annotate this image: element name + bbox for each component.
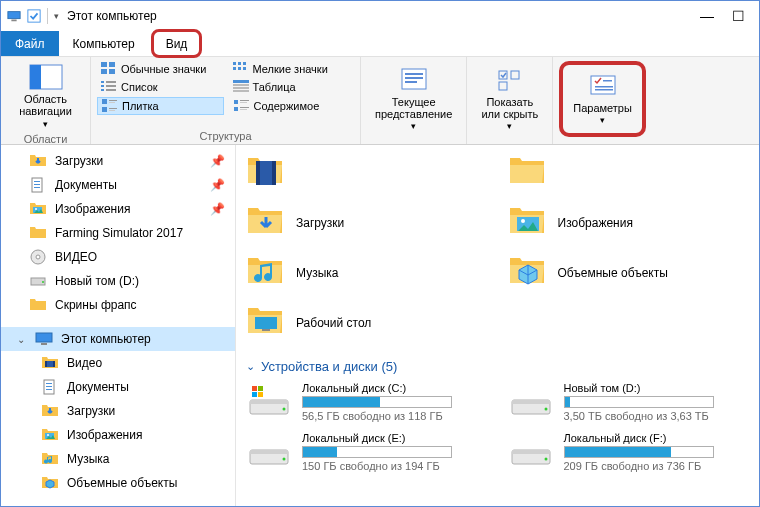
svg-rect-15	[101, 81, 104, 83]
tile-label: Изображения	[558, 216, 633, 230]
svg-rect-0	[8, 12, 20, 19]
dropdown-icon: ▾	[600, 116, 605, 126]
sidebar-item[interactable]: Загрузки	[1, 399, 235, 423]
options-button[interactable]: Параметры ▾	[559, 61, 646, 137]
sidebar-item[interactable]: Объемные объекты	[1, 471, 235, 495]
tile-label: Музыка	[296, 266, 338, 280]
tab-file[interactable]: Файл	[1, 31, 59, 56]
capacity-bar	[302, 446, 452, 458]
sidebar-item[interactable]: Farming Simulator 2017	[1, 221, 235, 245]
chevron-down-icon: ⌄	[17, 334, 27, 345]
drive-free-text: 3,50 ТБ свободно из 3,63 ТБ	[564, 410, 714, 422]
svg-rect-59	[41, 343, 47, 345]
folder-tile[interactable]: Музыка	[246, 251, 488, 295]
nav-pane-icon	[28, 63, 64, 91]
current-view-button[interactable]: Текущее представление ▾	[367, 61, 460, 137]
drive-icon	[508, 382, 554, 422]
sidebar-item[interactable]: Загрузки📌	[1, 149, 235, 173]
drives-grid: Локальный диск (C:)56,5 ГБ свободно из 1…	[246, 382, 749, 472]
sidebar-item[interactable]: ВИДЕО	[1, 245, 235, 269]
svg-rect-81	[258, 386, 263, 391]
ribbon-group-options: Параметры ▾	[553, 57, 652, 144]
quick-access-toolbar: ▾	[7, 8, 59, 24]
svg-rect-64	[46, 383, 52, 384]
tab-view[interactable]: Вид	[151, 29, 203, 58]
svg-rect-62	[53, 361, 55, 367]
dropdown-icon: ▾	[411, 122, 416, 132]
drive-tile[interactable]: Локальный диск (E:)150 ГБ свободно из 19…	[246, 432, 488, 472]
downloads-icon	[41, 402, 59, 420]
drive-free-text: 56,5 ГБ свободно из 118 ГБ	[302, 410, 452, 422]
sidebar-item-label: Объемные объекты	[67, 476, 177, 490]
layout-normal-icons[interactable]: Обычные значки	[97, 61, 223, 77]
video-icon	[246, 153, 286, 193]
sidebar-item[interactable]: Документы📌	[1, 173, 235, 197]
sidebar-item[interactable]: Изображения	[1, 423, 235, 447]
folder-tile[interactable]	[246, 151, 488, 195]
svg-rect-25	[102, 99, 107, 104]
checkbox-icon[interactable]	[27, 9, 41, 23]
svg-point-55	[36, 255, 40, 259]
drive-icon	[246, 432, 292, 472]
ribbon-group-regions: Область навигации ▾ Области	[1, 57, 91, 144]
sidebar-item[interactable]: Новый том (D:)	[1, 269, 235, 293]
svg-rect-22	[233, 84, 249, 86]
section-header-drives[interactable]: ⌄ Устройства и диски (5)	[246, 359, 749, 374]
desktop-icon	[246, 303, 286, 343]
video-icon	[41, 354, 59, 372]
nav-pane-button[interactable]: Область навигации ▾	[7, 61, 84, 131]
sidebar-item[interactable]: Изображения📌	[1, 197, 235, 221]
minimize-button[interactable]: —	[700, 9, 714, 23]
svg-point-53	[35, 208, 37, 210]
svg-rect-38	[405, 73, 423, 75]
svg-rect-42	[511, 71, 519, 79]
svg-rect-35	[240, 107, 249, 108]
music-icon	[41, 450, 59, 468]
svg-rect-19	[101, 89, 104, 91]
layout-tiles[interactable]: Плитка	[97, 97, 224, 115]
svg-rect-58	[36, 333, 52, 342]
layout-small-icons[interactable]: Мелкие значки	[229, 61, 355, 77]
show-hide-button[interactable]: Показать или скрыть ▾	[473, 61, 546, 137]
svg-point-73	[521, 219, 525, 223]
svg-rect-11	[243, 62, 246, 65]
maximize-button[interactable]: ☐	[732, 9, 745, 23]
folder-tile[interactable]	[508, 151, 750, 195]
svg-rect-33	[240, 102, 247, 103]
layout-table[interactable]: Таблица	[229, 79, 355, 95]
svg-rect-24	[233, 90, 249, 92]
drive-tile[interactable]: Локальный диск (C:)56,5 ГБ свободно из 1…	[246, 382, 488, 422]
layout-content[interactable]: Содержимое	[230, 98, 355, 114]
drive-name: Новый том (D:)	[564, 382, 714, 394]
list-icon	[101, 80, 117, 94]
drive-tile[interactable]: Новый том (D:)3,50 ТБ свободно из 3,63 Т…	[508, 382, 750, 422]
pc-icon	[35, 330, 53, 348]
svg-point-92	[544, 458, 547, 461]
icons-small-icon	[233, 62, 249, 76]
folder-tile[interactable]: Объемные объекты	[508, 251, 750, 295]
sidebar-item[interactable]: Скрины фрапс	[1, 293, 235, 317]
sidebar-item[interactable]: Видео	[1, 351, 235, 375]
chevron-down-icon: ⌄	[246, 360, 255, 373]
svg-rect-44	[591, 76, 615, 94]
svg-rect-66	[46, 389, 52, 390]
pictures-icon	[41, 426, 59, 444]
sidebar-this-pc[interactable]: ⌄ Этот компьютер	[1, 327, 235, 351]
folder-tile[interactable]: Изображения	[508, 201, 750, 245]
svg-rect-27	[109, 102, 115, 103]
svg-rect-50	[34, 184, 40, 185]
drive-icon	[508, 432, 554, 472]
sidebar-item[interactable]: Музыка	[1, 447, 235, 471]
svg-rect-20	[106, 89, 116, 91]
svg-rect-16	[106, 81, 116, 83]
tab-computer[interactable]: Компьютер	[59, 31, 149, 56]
folder-tile[interactable]: Загрузки	[246, 201, 488, 245]
layout-list[interactable]: Список	[97, 79, 223, 95]
sidebar-item[interactable]: Документы	[1, 375, 235, 399]
pictures-icon	[508, 203, 548, 243]
dropdown-icon[interactable]: ▾	[54, 11, 59, 21]
svg-rect-43	[499, 82, 507, 90]
svg-rect-40	[405, 81, 417, 83]
folder-tile[interactable]: Рабочий стол	[246, 301, 488, 345]
drive-tile[interactable]: Локальный диск (F:)209 ГБ свободно из 73…	[508, 432, 750, 472]
